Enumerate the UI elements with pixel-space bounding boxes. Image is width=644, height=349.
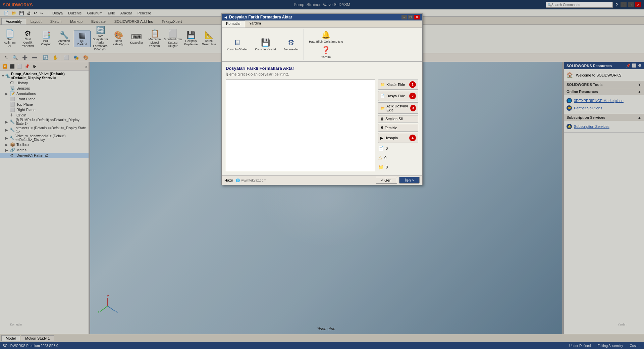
acik-dosya-label: Açık Dosyayı Ekle	[386, 104, 410, 112]
dialog-file-area: 📁 Klasör Ekle 1 📄 Dosya Ekle 2	[226, 80, 418, 171]
acik-dosya-badge: 3	[410, 105, 416, 111]
dialog-help-group: 🔔 Hata Bildir Geliştirme İste ❓ Yardım	[304, 29, 345, 60]
btn-secilen-sil[interactable]: 🗑 Seçilen Sil	[378, 115, 418, 122]
dialog-titlebar: ◀ Dosyaları Farklı Formatlara Aktar − □ …	[222, 14, 422, 20]
btn-klasor-ekle[interactable]: 📁 Klasör Ekle 1	[378, 80, 418, 90]
klasor-label: Klasör Ekle	[386, 83, 405, 87]
dialog-btn-konsolu-kaydet[interactable]: 💾 Konsolu Kaydet	[253, 37, 278, 52]
dialog-section-title: Dosyaları Farklı Formatlara Aktar	[226, 66, 418, 71]
btn-acik-dosya[interactable]: 📂 Açık Dosyayı Ekle 3	[378, 102, 418, 114]
temizle-content: ✖ Temizle	[380, 126, 397, 130]
count-icon-1: 📄	[378, 146, 384, 151]
dialog-minimize-btn[interactable]: −	[401, 15, 407, 19]
count-val-2: 0	[384, 156, 386, 160]
yardim-icon: ❓	[321, 46, 330, 55]
footer-logo-icon: 🌐	[236, 179, 240, 182]
dialog-next-btn[interactable]: İleri >	[399, 177, 420, 184]
dialog-btn-secenekler[interactable]: ⚙ Seçenekler	[281, 37, 301, 52]
footer-logo-text: www.tekyaz.com	[241, 179, 266, 182]
dialog-title-text: Dosyaları Farklı Formatlara Aktar	[229, 15, 292, 19]
konsolu-goster-icon: 🖥	[233, 38, 241, 47]
count-row-1: 📄 0	[378, 146, 418, 151]
klasor-ekle-content: 📁 Klasör Ekle	[380, 83, 405, 87]
count-val-3: 0	[386, 165, 388, 169]
konsolu-kaydet-label: Konsolu Kaydet	[255, 48, 276, 51]
hata-icon: 🔔	[321, 31, 330, 39]
dosya-badge: 2	[409, 93, 416, 99]
secilen-sil-label: Seçilen Sil	[385, 117, 402, 121]
temizle-label: Temizle	[385, 126, 397, 130]
secilen-sil-icon: 🗑	[380, 117, 384, 121]
hesapla-label: Hesapla	[384, 136, 398, 140]
dialog-win-controls: − □ ✕	[401, 15, 420, 19]
count-icon-3: 📁	[378, 164, 384, 170]
file-buttons: 📁 Klasör Ekle 1 📄 Dosya Ekle 2	[378, 80, 418, 171]
hata-label: Hata Bildir Geliştirme İste	[309, 40, 343, 43]
btn-dosya-ekle[interactable]: 📄 Dosya Ekle 2	[378, 91, 418, 101]
btn-temizle[interactable]: ✖ Temizle	[378, 124, 418, 132]
footer-left: Hazır 🌐 www.tekyaz.com	[224, 178, 266, 182]
acik-dosya-icon: 📂	[380, 106, 385, 110]
secilen-sil-content: 🗑 Seçilen Sil	[380, 117, 402, 121]
dialog-maximize-btn[interactable]: □	[408, 15, 413, 19]
dialog-close-btn[interactable]: ✕	[414, 15, 420, 19]
temizle-icon: ✖	[380, 126, 383, 130]
count-icon-2: ⚠	[378, 155, 382, 160]
acik-dosya-content: 📂 Açık Dosyayı Ekle	[380, 104, 410, 112]
dosya-ekle-content: 📄 Dosya Ekle	[380, 94, 405, 98]
dialog-back-btn[interactable]: < Geri	[376, 177, 397, 184]
dialog-yardim-group-label: Yardım	[618, 323, 627, 326]
dialog-overlay: ◀ Dosyaları Farklı Formatlara Aktar − □ …	[0, 0, 644, 349]
klasor-badge: 1	[409, 81, 416, 88]
file-list[interactable]	[226, 80, 375, 171]
dialog-ribbon: 🖥 Konsolu Göster 💾 Konsolu Kaydet ⚙ Seçe…	[222, 28, 422, 62]
hesapla-icon: ▶	[380, 136, 383, 140]
dosya-ekle-label: Dosya Ekle	[386, 94, 405, 98]
count-row-3: 📁 0	[378, 164, 418, 170]
dialog-footer: Hazır 🌐 www.tekyaz.com < Geri İleri >	[222, 175, 422, 185]
hesapla-content: ▶ Hesapla	[380, 136, 398, 140]
konsolu-goster-label: Konsolu Göster	[227, 48, 248, 51]
hesapla-badge: 4	[409, 135, 416, 141]
btn-hesapla[interactable]: ▶ Hesapla 4	[378, 133, 418, 143]
yardim-label: Yardım	[321, 55, 331, 59]
dialog-tab-yardim[interactable]: Yardım	[245, 20, 265, 28]
klasor-icon: 📁	[380, 83, 385, 87]
dialog-title-left: ◀ Dosyaları Farklı Formatlara Aktar	[224, 15, 292, 19]
dosya-ekle-icon: 📄	[380, 94, 385, 98]
footer-buttons: < Geri İleri >	[376, 177, 420, 184]
dialog-btn-konsolu-goster[interactable]: 🖥 Konsolu Göster	[224, 37, 250, 52]
count-val-1: 0	[386, 146, 388, 150]
dialog-btn-hata[interactable]: 🔔 Hata Bildir Geliştirme İste	[307, 29, 345, 45]
dialog-tab-komutlar[interactable]: Komutlar	[222, 20, 245, 28]
footer-logo: 🌐 www.tekyaz.com	[236, 179, 266, 182]
secenekler-label: Seçenekler	[283, 48, 299, 51]
dialog-komutlar-group-label: Komutlar	[10, 323, 22, 326]
dialog: ◀ Dosyaları Farklı Formatlara Aktar − □ …	[221, 13, 423, 185]
dialog-btn-yardim[interactable]: ❓ Yardım	[317, 45, 335, 60]
dialog-arrow-icon: ◀	[224, 15, 227, 19]
dialog-ribbon-tabs: Komutlar Yardım	[222, 20, 422, 28]
konsolu-kaydet-icon: 💾	[261, 38, 270, 47]
count-row-2: ⚠ 0	[378, 155, 418, 160]
secenekler-icon: ⚙	[288, 38, 294, 47]
footer-status: Hazır	[224, 178, 233, 182]
dialog-section-desc: İşleme girecek olan dosyaları belirtiniz…	[226, 72, 418, 76]
dialog-content: Dosyaları Farklı Formatlara Aktar İşleme…	[222, 62, 422, 175]
